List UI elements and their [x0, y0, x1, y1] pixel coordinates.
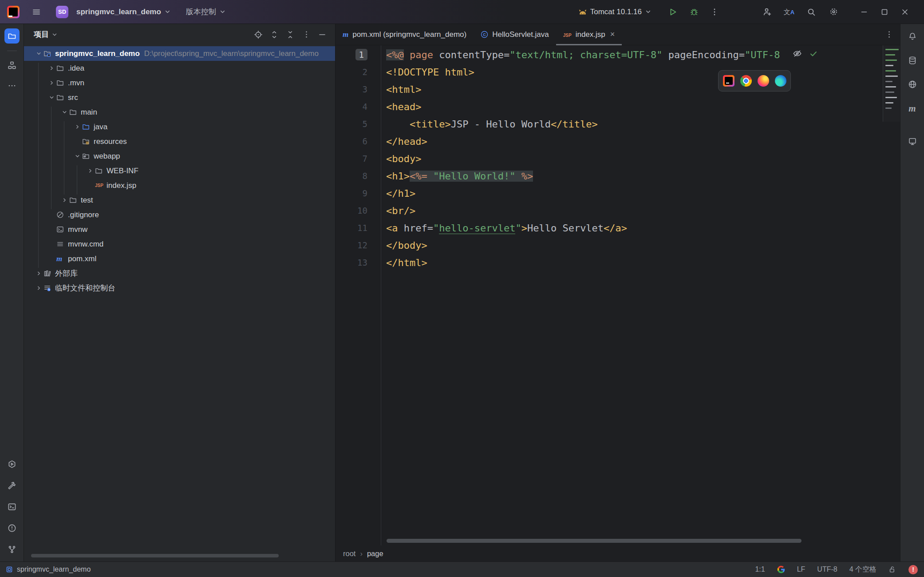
search-icon[interactable] [804, 5, 818, 19]
code-line[interactable]: 8<h1><%= "Hello World!" %> [336, 167, 900, 185]
debug-icon[interactable] [687, 5, 701, 19]
build-icon[interactable] [5, 478, 19, 493]
more-h-icon[interactable] [5, 79, 19, 93]
code-editor[interactable]: 1<%@ page contentType="text/html; charse… [336, 45, 900, 545]
tree-row[interactable]: .idea [24, 61, 335, 76]
code-line[interactable]: 6</head> [336, 133, 900, 150]
project-selector[interactable]: springmvc_learn_demo [72, 5, 175, 19]
code-line[interactable]: 2<!DOCTYPE html> [336, 64, 900, 81]
code-line[interactable]: 10<br/> [336, 202, 900, 219]
code-line[interactable]: 7<body> [336, 150, 900, 167]
code-with-me-icon[interactable] [760, 5, 774, 19]
builtin-preview-icon[interactable] [723, 75, 734, 87]
tree-row[interactable]: WEB-INF [24, 163, 335, 178]
lock-icon[interactable] [888, 565, 896, 573]
project-panel-title-dropdown[interactable]: 项目 [34, 29, 58, 40]
chevron-collapsed-icon[interactable] [47, 65, 56, 72]
git-icon[interactable] [5, 542, 19, 557]
services-icon[interactable] [5, 457, 19, 471]
line-number[interactable]: 9 [336, 185, 381, 202]
code-line[interactable]: 5 <title>JSP - Hello World</title> [336, 115, 900, 133]
code-line[interactable]: 13</html> [336, 254, 900, 271]
tree-row[interactable]: 外部库 [24, 266, 335, 281]
tree-row[interactable]: java [24, 119, 335, 134]
tree-row[interactable]: mvnw.cmd [24, 237, 335, 251]
terminal-icon[interactable] [5, 500, 19, 514]
no-problems-check-icon[interactable] [809, 49, 818, 58]
web-icon[interactable] [905, 77, 920, 92]
tree-row[interactable]: mpom.xml [24, 251, 335, 266]
tree-row[interactable]: springmvc_learn_demoD:\project\spring_mv… [24, 46, 335, 61]
line-number[interactable]: 8 [336, 167, 381, 185]
notifications-icon[interactable] [905, 29, 920, 44]
chevron-collapsed-icon[interactable] [34, 285, 43, 291]
chrome-icon[interactable] [740, 75, 752, 87]
firefox-icon[interactable] [758, 75, 769, 87]
line-number[interactable]: 2 [336, 64, 381, 81]
line-number[interactable]: 7 [336, 150, 381, 167]
chevron-collapsed-icon[interactable] [85, 167, 95, 174]
editor-tab[interactable]: JSPindex.jsp× [556, 24, 622, 45]
code-line[interactable]: 11<a href="hello-servlet">Hello Servlet<… [336, 219, 900, 237]
more-options-icon[interactable] [707, 5, 722, 19]
hamburger-menu-icon[interactable] [29, 5, 43, 19]
line-number[interactable]: 1 [336, 46, 381, 64]
line-number[interactable]: 5 [336, 115, 381, 133]
line-number[interactable]: 10 [336, 202, 381, 219]
project-avatar[interactable]: SD [56, 6, 68, 18]
tree-row[interactable]: .mvn [24, 76, 335, 90]
line-number[interactable]: 6 [336, 133, 381, 150]
editor-horizontal-scrollbar[interactable] [387, 539, 802, 543]
tree-row[interactable]: main [24, 105, 335, 119]
settings-gear-icon[interactable] [826, 5, 841, 19]
breadcrumb-item[interactable]: root [343, 549, 355, 558]
tab-options-icon[interactable] [882, 28, 896, 42]
breadcrumb-item[interactable]: page [367, 549, 383, 558]
editor-tab[interactable]: CHelloServlet.java [474, 24, 556, 45]
chevron-collapsed-icon[interactable] [72, 123, 82, 130]
line-number[interactable]: 4 [336, 98, 381, 115]
tree-row[interactable]: src [24, 90, 335, 105]
chevron-collapsed-icon[interactable] [47, 80, 56, 86]
expand-all-icon[interactable] [268, 28, 281, 41]
structure-icon[interactable] [5, 58, 19, 72]
code-line[interactable]: 12</body> [336, 237, 900, 254]
line-number[interactable]: 13 [336, 254, 381, 271]
chevron-expanded-icon[interactable] [72, 153, 82, 159]
maximize-window-icon[interactable] [874, 5, 895, 19]
project-folder-icon[interactable] [4, 28, 20, 44]
run-config-selector[interactable]: Tomcat 10.1.16 [574, 5, 656, 19]
code-line[interactable]: 4<head> [336, 98, 900, 115]
locate-icon[interactable] [252, 28, 265, 41]
close-tab-icon[interactable]: × [610, 30, 615, 39]
chevron-collapsed-icon[interactable] [34, 270, 43, 277]
chevron-collapsed-icon[interactable] [59, 197, 69, 203]
hide-icon[interactable] [316, 28, 329, 41]
edge-icon[interactable] [775, 75, 786, 87]
collapse-all-icon[interactable] [284, 28, 297, 41]
minimap[interactable] [883, 45, 900, 122]
close-window-icon[interactable] [895, 5, 915, 19]
code-line[interactable]: 9</h1> [336, 185, 900, 202]
idea-logo-icon[interactable] [7, 6, 20, 18]
minimize-window-icon[interactable] [854, 5, 874, 19]
line-number[interactable]: 12 [336, 237, 381, 254]
database-icon[interactable] [905, 53, 920, 68]
device-icon[interactable] [905, 134, 920, 148]
chevron-expanded-icon[interactable] [34, 50, 43, 57]
chevron-expanded-icon[interactable] [59, 109, 69, 115]
project-tree[interactable]: springmvc_learn_demoD:\project\spring_mv… [24, 46, 335, 551]
line-number[interactable]: 11 [336, 219, 381, 237]
maven-tool-icon[interactable]: m [905, 101, 920, 115]
notifications-error-badge[interactable]: ! [908, 565, 918, 574]
run-icon[interactable] [666, 5, 680, 19]
tree-row[interactable]: test [24, 193, 335, 207]
tree-row[interactable]: JSPindex.jsp [24, 178, 335, 193]
tree-row[interactable]: resources [24, 134, 335, 149]
line-number[interactable]: 3 [336, 81, 381, 98]
code-line[interactable]: 3<html> [336, 81, 900, 98]
highlighting-off-icon[interactable] [793, 49, 802, 58]
vcs-widget[interactable]: 版本控制 [182, 4, 230, 20]
tree-row[interactable]: .gitignore [24, 207, 335, 222]
problems-icon[interactable] [5, 521, 19, 535]
